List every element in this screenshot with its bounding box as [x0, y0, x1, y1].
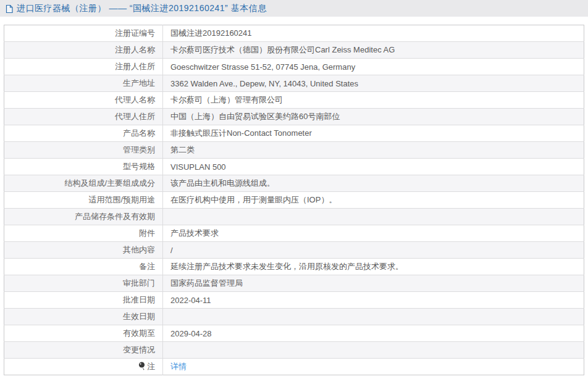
- row-label: 注: [4, 359, 163, 375]
- row-label-text: 生效日期: [123, 312, 155, 321]
- table-row: 注册证编号 国械注进20192160241: [4, 25, 584, 42]
- row-value: /: [163, 242, 584, 259]
- row-label-text: 注册证编号: [115, 28, 155, 38]
- row-label-text: 结构及组成/主要组成成分: [64, 178, 155, 188]
- table-row: 代理人住所 中国（上海）自由贸易试验区美约路60号南部位: [4, 109, 584, 125]
- row-value: 2029-04-28: [163, 325, 584, 342]
- row-label-text: 产品名称: [123, 128, 155, 138]
- table-row: 生效日期: [4, 309, 584, 325]
- row-label-text: 产品储存条件及有效期: [75, 212, 155, 221]
- row-label-text: 附件: [139, 228, 155, 238]
- row-label: 生效日期: [4, 309, 163, 325]
- row-label: 注册人住所: [4, 59, 163, 75]
- row-label-text: 注册人住所: [115, 62, 155, 71]
- row-label-text: 备注: [139, 262, 155, 271]
- table-row: 型号规格 VISUPLAN 500: [4, 159, 584, 175]
- row-label: 适用范围/预期用途: [4, 192, 163, 209]
- row-value: Goeschwitzer Strasse 51-52, 07745 Jena, …: [163, 59, 584, 75]
- document-icon: [5, 4, 14, 14]
- row-label: 代理人住所: [4, 109, 163, 125]
- table-row: 注 详情: [4, 359, 584, 375]
- row-label: 审批部门: [4, 275, 163, 292]
- page-header: 进口医疗器械（注册） —— “国械注进20192160241” 基本信息: [0, 0, 588, 17]
- info-table-wrap: 注册证编号 国械注进20192160241 注册人名称 卡尔蔡司医疗技术（德国）…: [4, 25, 584, 375]
- row-label-text: 管理类别: [123, 145, 155, 154]
- table-row: 批准日期 2022-04-11: [4, 292, 584, 309]
- row-label-text: 注册人名称: [115, 45, 155, 54]
- row-value: 在医疗机构中使用，用于测量眼内压（IOP）。: [163, 192, 584, 209]
- table-row: 注册人名称 卡尔蔡司医疗技术（德国）股份有限公司Carl Zeiss Medit…: [4, 42, 584, 59]
- row-label: 注册证编号: [4, 25, 163, 42]
- row-label-text: 代理人住所: [115, 112, 155, 121]
- row-label-text: 注: [147, 362, 155, 371]
- row-value: 卡尔蔡司（上海）管理有限公司: [163, 92, 584, 109]
- table-row: 结构及组成/主要组成成分 该产品由主机和电源线组成。: [4, 175, 584, 192]
- row-value: 延续注册产品技术要求未发生变化，沿用原核发的产品技术要求。: [163, 259, 584, 275]
- row-label: 其他内容: [4, 242, 163, 259]
- row-value: [163, 342, 584, 359]
- page-title: 进口医疗器械（注册） —— “国械注进20192160241” 基本信息: [17, 3, 267, 14]
- table-row: 生产地址 3362 Walden Ave., Depew, NY, 14043,…: [4, 75, 584, 92]
- table-row: 代理人名称 卡尔蔡司（上海）管理有限公司: [4, 92, 584, 109]
- row-label-text: 有效期至: [123, 328, 155, 338]
- row-label: 结构及组成/主要组成成分: [4, 175, 163, 192]
- row-label: 生产地址: [4, 75, 163, 92]
- row-label: 附件: [4, 225, 163, 242]
- row-value: 卡尔蔡司医疗技术（德国）股份有限公司Carl Zeiss Meditec AG: [163, 42, 584, 59]
- row-label: 管理类别: [4, 142, 163, 159]
- table-row: 有效期至 2029-04-28: [4, 325, 584, 342]
- row-value: 国家药品监督管理局: [163, 275, 584, 292]
- row-label-text: 审批部门: [123, 278, 155, 288]
- row-value: [163, 209, 584, 225]
- row-value: 产品技术要求: [163, 225, 584, 242]
- row-label-text: 型号规格: [123, 162, 155, 171]
- table-row: 变更情况: [4, 342, 584, 359]
- row-label-text: 代理人名称: [115, 95, 155, 104]
- table-row: 备注 延续注册产品技术要求未发生变化，沿用原核发的产品技术要求。: [4, 259, 584, 275]
- row-label-text: 其他内容: [123, 245, 155, 254]
- row-label: 产品名称: [4, 125, 163, 142]
- info-table-body: 注册证编号 国械注进20192160241 注册人名称 卡尔蔡司医疗技术（德国）…: [4, 25, 584, 375]
- row-value: 详情: [163, 359, 584, 375]
- row-label: 变更情况: [4, 342, 163, 359]
- row-value: 第二类: [163, 142, 584, 159]
- row-label-text: 生产地址: [123, 78, 155, 88]
- row-value: 该产品由主机和电源线组成。: [163, 175, 584, 192]
- detail-link[interactable]: 详情: [170, 362, 187, 371]
- table-row: 产品名称 非接触式眼压计Non-Contact Tonometer: [4, 125, 584, 142]
- table-row: 其他内容 /: [4, 242, 584, 259]
- row-label: 备注: [4, 259, 163, 275]
- table-row: 管理类别 第二类: [4, 142, 584, 159]
- row-value: 中国（上海）自由贸易试验区美约路60号南部位: [163, 109, 584, 125]
- row-value: VISUPLAN 500: [163, 159, 584, 175]
- row-label-text: 批准日期: [123, 295, 155, 304]
- table-row: 注册人住所 Goeschwitzer Strasse 51-52, 07745 …: [4, 59, 584, 75]
- row-label: 注册人名称: [4, 42, 163, 59]
- row-label-text: 变更情况: [123, 345, 155, 354]
- table-row: 适用范围/预期用途 在医疗机构中使用，用于测量眼内压（IOP）。: [4, 192, 584, 209]
- row-value: 2022-04-11: [163, 292, 584, 309]
- row-label: 型号规格: [4, 159, 163, 175]
- row-value: 国械注进20192160241: [163, 25, 584, 42]
- table-row: 附件 产品技术要求: [4, 225, 584, 242]
- info-table: 注册证编号 国械注进20192160241 注册人名称 卡尔蔡司医疗技术（德国）…: [4, 25, 584, 375]
- row-value: [163, 309, 584, 325]
- row-value: 3362 Walden Ave., Depew, NY, 14043, Unit…: [163, 75, 584, 92]
- row-label: 代理人名称: [4, 92, 163, 109]
- row-label: 批准日期: [4, 292, 163, 309]
- row-label: 产品储存条件及有效期: [4, 209, 163, 225]
- row-label: 有效期至: [4, 325, 163, 342]
- table-row: 产品储存条件及有效期: [4, 209, 584, 225]
- row-value: 非接触式眼压计Non-Contact Tonometer: [163, 125, 584, 142]
- note-pin-icon: [138, 362, 145, 372]
- table-row: 审批部门 国家药品监督管理局: [4, 275, 584, 292]
- row-label-text: 适用范围/预期用途: [88, 195, 155, 204]
